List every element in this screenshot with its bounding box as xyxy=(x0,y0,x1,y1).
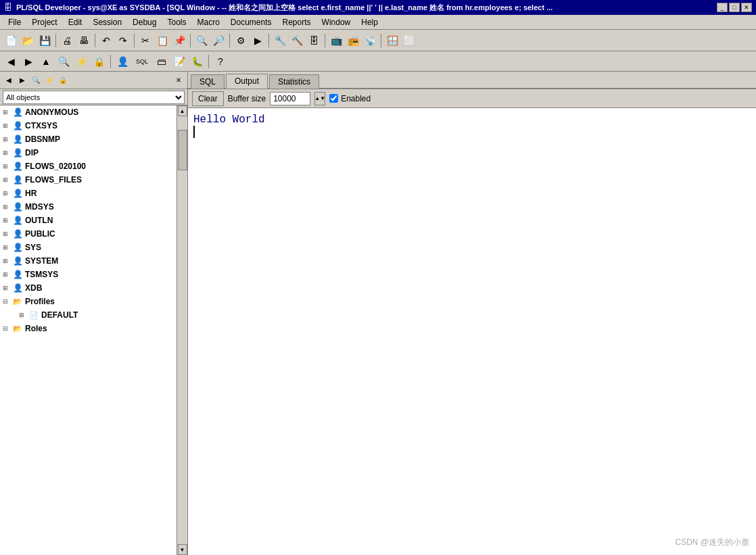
lp-forward-button[interactable]: ▶ xyxy=(16,74,28,87)
user-icon-flows020100: 👤 xyxy=(12,161,23,172)
tree-item-flows020100[interactable]: ⊞ 👤 FLOWS_020100 xyxy=(0,160,176,173)
output-content: Hello World xyxy=(188,108,756,555)
redo-button[interactable]: ↷ xyxy=(115,32,131,49)
search-tb-button[interactable]: 🔍 xyxy=(55,53,72,70)
tree-item-roles[interactable]: ⊟ 📂 Roles xyxy=(0,322,176,335)
window-button[interactable]: 🪟 xyxy=(384,32,400,49)
copy-button[interactable]: 📋 xyxy=(154,32,170,49)
lp-filter-button[interactable]: ⚡ xyxy=(43,74,55,87)
run-button[interactable]: ▶ xyxy=(250,32,266,49)
find-button[interactable]: 🔍 xyxy=(193,32,210,49)
menu-session[interactable]: Session xyxy=(87,16,127,28)
save-button[interactable]: 💾 xyxy=(37,32,53,49)
tree-item-flows-files[interactable]: ⊞ 👤 FLOWS_FILES xyxy=(0,173,176,187)
expand-sys: ⊞ xyxy=(3,244,11,251)
menu-edit[interactable]: Edit xyxy=(63,16,88,28)
db-button[interactable]: 🗄 xyxy=(306,32,322,49)
expand-dip: ⊞ xyxy=(3,149,11,156)
nav-forward-button[interactable]: ▶ xyxy=(20,53,37,70)
clear-button[interactable]: Clear xyxy=(192,91,224,106)
expand-roles: ⊟ xyxy=(3,325,11,332)
maximize-button[interactable]: □ xyxy=(729,3,740,12)
proc-tb-button[interactable]: 📝 xyxy=(171,53,187,70)
tree-item-xdb[interactable]: ⊞ 👤 XDB xyxy=(0,281,176,295)
left-panel-close-button[interactable]: ✕ xyxy=(172,74,185,87)
tree-with-scroll: ⊞ 👤 ANONYMOUS ⊞ 👤 CTXSYS ⊞ 👤 DBSNMP ⊞ 👤 xyxy=(0,105,187,555)
output-text: Hello World xyxy=(193,114,265,126)
tab-output[interactable]: Output xyxy=(226,74,268,89)
menu-window[interactable]: Window xyxy=(316,16,356,28)
object-filter: All objects xyxy=(0,89,187,105)
nav-up-button[interactable]: ▲ xyxy=(38,53,54,70)
tab-sql[interactable]: SQL xyxy=(191,74,225,89)
user-icon-sys: 👤 xyxy=(12,242,23,253)
menu-reports[interactable]: Reports xyxy=(277,16,316,28)
session3-button[interactable]: 📡 xyxy=(362,32,378,49)
tree-item-hr[interactable]: ⊞ 👤 HR xyxy=(0,187,176,200)
expand-xdb: ⊞ xyxy=(3,285,11,291)
scroll-thumb[interactable] xyxy=(178,130,187,170)
object-filter-select[interactable]: All objects xyxy=(3,91,185,104)
close-button[interactable]: ✕ xyxy=(741,3,752,12)
commit-button[interactable]: 🔧 xyxy=(272,32,288,49)
lp-back-button[interactable]: ◀ xyxy=(3,74,15,87)
left-scrollbar[interactable]: ▲ ▼ xyxy=(176,105,187,555)
lp-refresh-button[interactable]: 🔒 xyxy=(57,74,69,87)
scroll-up-arrow[interactable]: ▲ xyxy=(178,105,187,116)
tree-item-dbsnmp[interactable]: ⊞ 👤 DBSNMP xyxy=(0,132,176,146)
user-icon[interactable]: 👤 xyxy=(114,53,131,70)
menu-project[interactable]: Project xyxy=(26,16,62,28)
tree-item-ctxsys[interactable]: ⊞ 👤 CTXSYS xyxy=(0,119,176,132)
lp-search-button[interactable]: 🔍 xyxy=(30,74,42,87)
main-toolbar: 📄 📂 💾 🖨 🖶 ↶ ↷ ✂ 📋 📌 🔍 🔎 ⚙ ▶ 🔧 🔨 🗄 📺 📻 📡 … xyxy=(0,30,756,51)
user-icon-dip: 👤 xyxy=(12,147,23,158)
sql-tb-button[interactable]: SQL xyxy=(132,53,152,70)
help-tb-button[interactable]: ? xyxy=(212,53,229,70)
cut-button[interactable]: ✂ xyxy=(137,32,153,49)
tree-item-anonymous[interactable]: ⊞ 👤 ANONYMOUS xyxy=(0,105,176,119)
print2-button[interactable]: 🖶 xyxy=(76,32,92,49)
menu-help[interactable]: Help xyxy=(356,16,383,28)
menu-documents[interactable]: Documents xyxy=(225,16,277,28)
left-panel-toolbar: ◀ ▶ 🔍 ⚡ 🔒 ✕ xyxy=(0,72,187,89)
new-button[interactable]: 📄 xyxy=(3,32,19,49)
menu-debug[interactable]: Debug xyxy=(127,16,162,28)
session-button[interactable]: 📺 xyxy=(328,32,344,49)
spinner-button[interactable]: ▲▼ xyxy=(314,92,325,105)
session2-button[interactable]: 📻 xyxy=(345,32,361,49)
print-button[interactable]: 🖨 xyxy=(59,32,75,49)
paste-button[interactable]: 📌 xyxy=(171,32,187,49)
scroll-down-arrow[interactable]: ▼ xyxy=(178,544,187,555)
buffer-size-input[interactable] xyxy=(270,92,310,105)
compile-button[interactable]: ⚙ xyxy=(233,32,249,49)
table-tb-button[interactable]: 🗃 xyxy=(153,53,170,70)
nav-back-button[interactable]: ◀ xyxy=(3,53,19,70)
enabled-checkbox[interactable] xyxy=(329,94,338,103)
open-button[interactable]: 📂 xyxy=(20,32,36,49)
menu-tools[interactable]: Tools xyxy=(162,16,191,28)
tree-item-default[interactable]: ⊞ 📄 DEFAULT xyxy=(0,308,176,322)
lock-icon[interactable]: 🔒 xyxy=(91,53,107,70)
tree-item-outln[interactable]: ⊞ 👤 OUTLN xyxy=(0,214,176,227)
menu-file[interactable]: File xyxy=(3,16,26,28)
expand-dbsnmp: ⊞ xyxy=(3,136,11,143)
tree-item-system[interactable]: ⊞ 👤 SYSTEM xyxy=(0,254,176,268)
menu-macro[interactable]: Macro xyxy=(191,16,225,28)
rollback-button[interactable]: 🔨 xyxy=(289,32,305,49)
tree-item-public[interactable]: ⊞ 👤 PUBLIC xyxy=(0,227,176,241)
tab-statistics[interactable]: Statistics xyxy=(269,74,319,89)
label-dbsnmp: DBSNMP xyxy=(25,135,60,144)
tree-item-dip[interactable]: ⊞ 👤 DIP xyxy=(0,146,176,160)
tree-item-tsmsys[interactable]: ⊞ 👤 TSMSYS xyxy=(0,268,176,281)
filter-button[interactable]: ⚡ xyxy=(73,53,89,70)
toolbar2-sep-1 xyxy=(110,55,111,68)
minimize-button[interactable]: _ xyxy=(717,3,728,12)
find2-button[interactable]: 🔎 xyxy=(210,32,227,49)
tree-item-profiles[interactable]: ⊟ 📂 Profiles xyxy=(0,295,176,308)
tree-item-sys[interactable]: ⊞ 👤 SYS xyxy=(0,241,176,254)
tree-item-mdsys[interactable]: ⊞ 👤 MDSYS xyxy=(0,200,176,214)
undo-button[interactable]: ↶ xyxy=(98,32,114,49)
debug-tb-button[interactable]: 🐛 xyxy=(189,53,205,70)
window2-button[interactable]: ⬜ xyxy=(401,32,417,49)
expand-flows-files: ⊞ xyxy=(3,176,11,183)
